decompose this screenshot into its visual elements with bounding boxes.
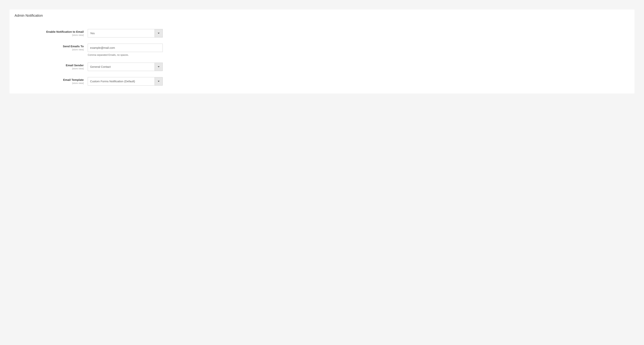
field-label-enable-notification: Enable Notification to Email: [14, 30, 84, 33]
label-col: Email Sender [store view]: [14, 63, 88, 70]
control-col: General Contact: [88, 63, 163, 71]
svg-marker-0: [158, 33, 160, 34]
enable-notification-select[interactable]: Yes: [88, 29, 163, 37]
field-row-send-emails-to: Send Emails To [store view] Comma separa…: [14, 44, 630, 56]
email-sender-select[interactable]: General Contact: [88, 63, 163, 71]
dropdown-arrow-icon: [154, 29, 163, 37]
control-col: Yes: [88, 29, 163, 37]
label-col: Send Emails To [store view]: [14, 44, 88, 51]
scope-label: [store view]: [14, 82, 84, 85]
email-template-select[interactable]: Custom Forms Notification (Default): [88, 77, 163, 85]
section-title: Admin Notification: [14, 13, 630, 18]
label-col: Enable Notification to Email [store view…: [14, 29, 88, 36]
help-text: Comma separated Emails, no spaces.: [88, 54, 163, 56]
scope-label: [store view]: [14, 34, 84, 36]
field-label-email-template: Email Template: [14, 78, 84, 82]
field-row-email-sender: Email Sender [store view] General Contac…: [14, 63, 630, 71]
dropdown-arrow-icon: [154, 77, 163, 85]
dropdown-arrow-icon: [154, 63, 163, 71]
send-emails-to-input[interactable]: [88, 44, 163, 52]
field-label-send-emails-to: Send Emails To: [14, 44, 84, 48]
control-col: Comma separated Emails, no spaces.: [88, 44, 163, 56]
field-label-email-sender: Email Sender: [14, 63, 84, 67]
select-value: General Contact: [88, 63, 154, 71]
svg-marker-1: [158, 66, 160, 67]
scope-label: [store view]: [14, 67, 84, 70]
select-value: Custom Forms Notification (Default): [88, 77, 154, 85]
control-col: Custom Forms Notification (Default): [88, 77, 163, 85]
svg-marker-2: [158, 81, 160, 82]
field-row-email-template: Email Template [store view] Custom Forms…: [14, 77, 630, 85]
scope-label: [store view]: [14, 48, 84, 51]
select-value: Yes: [88, 29, 154, 37]
field-row-enable-notification: Enable Notification to Email [store view…: [14, 29, 630, 37]
admin-notification-panel: Admin Notification Enable Notification t…: [10, 9, 634, 94]
label-col: Email Template [store view]: [14, 77, 88, 85]
